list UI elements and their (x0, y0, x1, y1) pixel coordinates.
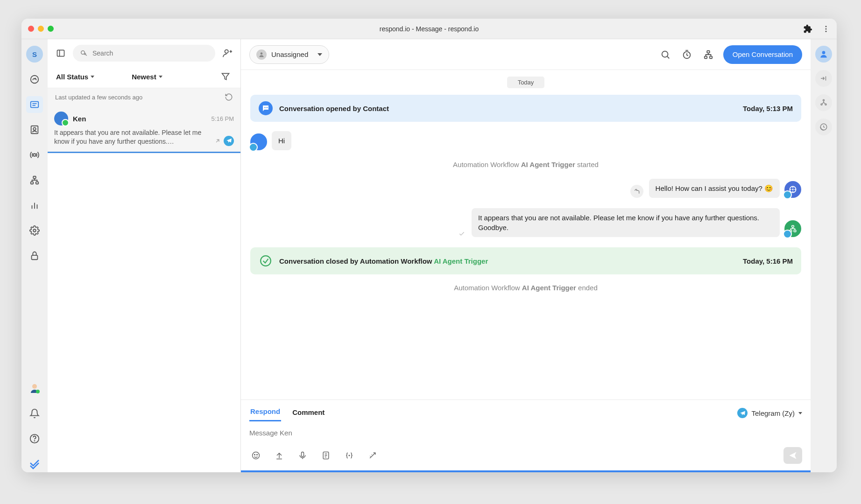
close-window-button[interactable] (28, 26, 34, 32)
reports-icon[interactable] (26, 197, 43, 214)
svg-line-27 (86, 55, 87, 56)
banner-closed-text: Conversation closed by Automation Workfl… (279, 257, 488, 265)
panel-toggle-icon[interactable] (54, 47, 67, 60)
workspace-avatar[interactable]: S (26, 46, 43, 63)
workflow-link[interactable]: AI Agent Trigger (434, 257, 488, 265)
svg-point-9 (33, 127, 36, 130)
template-icon[interactable] (319, 449, 332, 462)
incoming-message: Hi (250, 131, 801, 150)
telegram-icon (737, 408, 748, 418)
refresh-icon[interactable] (225, 93, 233, 101)
search-icon (79, 49, 88, 57)
svg-point-42 (267, 107, 268, 108)
outbound-arrow-icon (214, 138, 221, 144)
voice-icon[interactable] (296, 449, 309, 462)
contacts-icon[interactable] (26, 121, 43, 138)
minimize-window-button[interactable] (38, 26, 44, 32)
messages-icon[interactable] (26, 96, 43, 113)
composer-accent-bar (241, 470, 811, 472)
tab-respond[interactable]: Respond (249, 405, 281, 421)
svg-point-19 (32, 384, 37, 389)
merge-icon[interactable] (815, 70, 832, 87)
svg-point-63 (822, 51, 826, 54)
svg-point-34 (662, 51, 668, 57)
lock-icon[interactable] (26, 247, 43, 264)
tab-comment[interactable]: Comment (291, 406, 325, 421)
workflow-started-text: Automation Workflow AI Agent Trigger sta… (250, 161, 801, 168)
traffic-lights (28, 26, 54, 32)
last-updated-row: Last updated a few seconds ago (48, 88, 240, 106)
channel-selector[interactable]: Telegram (Zy) (737, 408, 802, 418)
svg-point-55 (257, 455, 258, 455)
maximize-window-button[interactable] (48, 26, 54, 32)
chevron-down-icon (798, 412, 802, 414)
add-contact-icon[interactable] (221, 47, 234, 60)
banner-closed-time: Today, 5:16 PM (743, 257, 793, 265)
right-rail (811, 39, 837, 472)
notifications-icon[interactable] (26, 405, 43, 422)
ai-assist-icon[interactable] (366, 449, 379, 462)
brand-check-icon[interactable] (26, 455, 43, 472)
svg-rect-57 (302, 452, 304, 457)
agent-avatar-icon[interactable] (26, 380, 43, 397)
banner-opened-time: Today, 5:13 PM (743, 105, 793, 112)
sender-avatar (250, 133, 267, 150)
extension-icon[interactable] (803, 24, 812, 34)
message-input[interactable] (249, 426, 802, 440)
svg-rect-39 (710, 56, 713, 58)
more-menu-icon[interactable] (822, 25, 830, 33)
sort-filter[interactable]: Newest (132, 73, 162, 81)
contact-details-avatar[interactable] (815, 46, 832, 63)
svg-rect-38 (705, 56, 707, 58)
svg-line-32 (216, 140, 219, 142)
broadcast-icon[interactable] (26, 147, 43, 163)
message-text: Hello! How can I assist you today? 😊 (649, 179, 780, 198)
banner-opened-text: Conversation opened by Contact (279, 105, 389, 112)
outgoing-message: It appears that you are not available. P… (250, 208, 801, 237)
svg-rect-11 (33, 176, 36, 179)
attach-icon[interactable] (273, 449, 286, 462)
svg-point-17 (33, 229, 36, 232)
chevron-down-icon (91, 76, 94, 78)
channels-icon[interactable] (815, 94, 832, 111)
workflow-ended-text: Automation Workflow AI Agent Trigger end… (250, 284, 801, 292)
svg-rect-23 (57, 50, 64, 56)
open-conversation-button[interactable]: Open Conversation (723, 45, 802, 64)
svg-point-33 (261, 52, 263, 55)
workflow-icon[interactable] (702, 48, 715, 61)
emoji-icon[interactable] (249, 449, 262, 462)
send-button[interactable] (783, 447, 802, 464)
svg-point-54 (254, 455, 255, 455)
svg-rect-12 (31, 182, 34, 184)
svg-rect-50 (790, 230, 792, 232)
status-filter[interactable]: All Status (56, 73, 94, 81)
channel-label: Telegram (Zy) (751, 409, 795, 417)
dashboard-icon[interactable] (26, 71, 43, 88)
assignee-dropdown[interactable]: Unassigned (249, 45, 329, 64)
activity-icon[interactable] (815, 119, 832, 135)
filter-icon[interactable] (219, 70, 232, 83)
inbox-panel: All Status Newest Last updated a few sec… (48, 39, 241, 472)
workflows-icon[interactable] (26, 172, 43, 189)
help-icon[interactable] (26, 430, 43, 447)
left-nav-rail: S (21, 39, 48, 472)
search-input[interactable] (73, 45, 215, 62)
svg-point-64 (823, 99, 825, 101)
variable-icon[interactable] (343, 449, 356, 462)
telegram-icon (224, 136, 234, 146)
snooze-icon[interactable] (680, 48, 693, 61)
svg-point-0 (826, 26, 827, 27)
svg-rect-37 (707, 50, 710, 53)
search-conversation-icon[interactable] (659, 48, 672, 61)
message-text: It appears that you are not available. P… (472, 208, 780, 237)
contact-name: Ken (73, 115, 86, 123)
svg-point-53 (253, 452, 260, 459)
search-field[interactable] (92, 49, 209, 57)
assignee-avatar-icon (256, 49, 267, 60)
conversation-list-item[interactable]: Ken 5:16 PM It appears that you are not … (48, 106, 240, 153)
delivered-check-icon (459, 231, 465, 237)
conversation-opened-banner: Conversation opened by Contact Today, 5:… (250, 95, 801, 122)
settings-icon[interactable] (26, 222, 43, 239)
reply-arrow-icon (630, 185, 643, 198)
svg-point-52 (261, 256, 271, 266)
